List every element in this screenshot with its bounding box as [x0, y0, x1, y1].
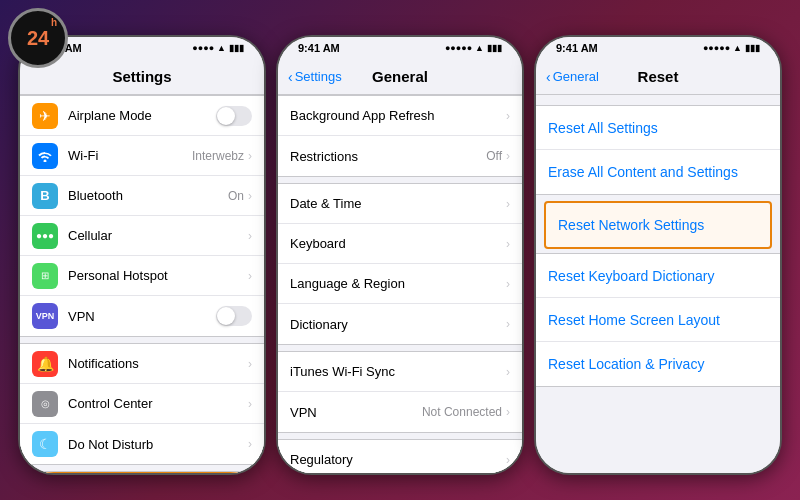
airplane-label: Airplane Mode	[68, 108, 212, 123]
cellular-row[interactable]: ●●● Cellular ›	[20, 216, 264, 256]
nav-title-1: Settings	[112, 68, 171, 85]
cellular-label: Cellular	[68, 228, 248, 243]
bluetooth-row[interactable]: B Bluetooth On ›	[20, 176, 264, 216]
reset-home-screen-row[interactable]: Reset Home Screen Layout	[536, 298, 780, 342]
back-label-3: General	[553, 69, 599, 84]
settings-group-3: ⚙ General › AA Display & Brightness › ❋ …	[20, 471, 264, 473]
settings-group-1: ✈ Airplane Mode Wi-Fi Interwebz › B Blue…	[20, 95, 264, 337]
reset-network-row[interactable]: Reset Network Settings	[546, 203, 770, 247]
keyboard-row[interactable]: Keyboard ›	[278, 224, 522, 264]
regulatory-row[interactable]: Regulatory ›	[278, 440, 522, 473]
phone-reset: 9:41 AM ●●●●● ▲ ▮▮▮ ‹ General Reset Rese…	[534, 35, 782, 475]
general-content: Background App Refresh › Restrictions Of…	[278, 95, 522, 473]
settings-content: ✈ Airplane Mode Wi-Fi Interwebz › B Blue…	[20, 95, 264, 473]
back-chevron-2: ‹	[288, 69, 293, 85]
nav-title-3: Reset	[638, 68, 679, 85]
restrictions-row[interactable]: Restrictions Off ›	[278, 136, 522, 176]
wifi-icon-2: ▲	[475, 43, 484, 53]
status-icons-1: ●●●● ▲ ▮▮▮	[192, 43, 244, 53]
vpn-icon: VPN	[32, 303, 58, 329]
bg-refresh-label: Background App Refresh	[290, 108, 506, 123]
hotspot-label: Personal Hotspot	[68, 268, 248, 283]
notifications-icon: 🔔	[32, 351, 58, 377]
cellular-icon: ●●●	[32, 223, 58, 249]
general-row[interactable]: ⚙ General ›	[20, 472, 264, 473]
hotspot-chevron: ›	[248, 269, 252, 283]
status-bar-3: 9:41 AM ●●●●● ▲ ▮▮▮	[536, 37, 780, 59]
restrictions-value: Off	[486, 149, 502, 163]
battery-icon-1: ▮▮▮	[229, 43, 244, 53]
datetime-label: Date & Time	[290, 196, 506, 211]
control-center-label: Control Center	[68, 396, 248, 411]
reset-keyboard-row[interactable]: Reset Keyboard Dictionary	[536, 254, 780, 298]
wifi-label: Wi-Fi	[68, 148, 192, 163]
phone-general: 9:41 AM ●●●●● ▲ ▮▮▮ ‹ Settings General B…	[276, 35, 524, 475]
notifications-label: Notifications	[68, 356, 248, 371]
wifi-chevron: ›	[248, 149, 252, 163]
datetime-row[interactable]: Date & Time ›	[278, 184, 522, 224]
erase-all-label: Erase All Content and Settings	[548, 164, 768, 180]
hotspot-row[interactable]: ⊞ Personal Hotspot ›	[20, 256, 264, 296]
language-chevron: ›	[506, 277, 510, 291]
airplane-mode-row[interactable]: ✈ Airplane Mode	[20, 96, 264, 136]
battery-icon-2: ▮▮▮	[487, 43, 502, 53]
general-group-3: iTunes Wi-Fi Sync › VPN Not Connected ›	[278, 351, 522, 433]
reset-group-1: Reset All Settings Erase All Content and…	[536, 105, 780, 195]
status-icons-2: ●●●●● ▲ ▮▮▮	[445, 43, 502, 53]
dictionary-row[interactable]: Dictionary ›	[278, 304, 522, 344]
dnd-label: Do Not Disturb	[68, 437, 248, 452]
erase-all-row[interactable]: Erase All Content and Settings	[536, 150, 780, 194]
back-button-3[interactable]: ‹ General	[546, 69, 599, 85]
wifi-icon-3: ▲	[733, 43, 742, 53]
wifi-row[interactable]: Wi-Fi Interwebz ›	[20, 136, 264, 176]
back-chevron-3: ‹	[546, 69, 551, 85]
language-row[interactable]: Language & Region ›	[278, 264, 522, 304]
logo-text: 24	[27, 28, 49, 48]
wifi-value: Interwebz	[192, 149, 244, 163]
control-center-icon: ◎	[32, 391, 58, 417]
reset-content: Reset All Settings Erase All Content and…	[536, 95, 780, 473]
general-group-1: Background App Refresh › Restrictions Of…	[278, 95, 522, 177]
back-button-2[interactable]: ‹ Settings	[288, 69, 342, 85]
logo-suffix: h	[51, 17, 57, 28]
nav-bar-2: ‹ Settings General	[278, 59, 522, 95]
restrictions-chevron: ›	[506, 149, 510, 163]
reset-location-label: Reset Location & Privacy	[548, 356, 768, 372]
battery-icon-3: ▮▮▮	[745, 43, 760, 53]
general-group-4: Regulatory › Reset ›	[278, 439, 522, 473]
control-center-chevron: ›	[248, 397, 252, 411]
vpn-toggle[interactable]	[216, 306, 252, 326]
reset-network-label: Reset Network Settings	[558, 217, 758, 233]
bg-refresh-row[interactable]: Background App Refresh ›	[278, 96, 522, 136]
nav-bar-3: ‹ General Reset	[536, 59, 780, 95]
control-center-row[interactable]: ◎ Control Center ›	[20, 384, 264, 424]
time-3: 9:41 AM	[556, 42, 598, 54]
airplane-icon: ✈	[32, 103, 58, 129]
dictionary-chevron: ›	[506, 317, 510, 331]
reset-group-2: Reset Network Settings	[544, 201, 772, 249]
reset-home-screen-label: Reset Home Screen Layout	[548, 312, 768, 328]
logo-badge: 24 h	[8, 8, 68, 68]
reset-all-settings-row[interactable]: Reset All Settings	[536, 106, 780, 150]
vpn-row[interactable]: VPN VPN	[20, 296, 264, 336]
vpn-row-2[interactable]: VPN Not Connected ›	[278, 392, 522, 432]
phone-settings: 9:41 AM ●●●● ▲ ▮▮▮ Settings ✈ Airplane M…	[18, 35, 266, 475]
phones-container: 9:41 AM ●●●● ▲ ▮▮▮ Settings ✈ Airplane M…	[18, 35, 782, 475]
dnd-row[interactable]: ☾ Do Not Disturb ›	[20, 424, 264, 464]
dnd-icon: ☾	[32, 431, 58, 457]
itunes-sync-row[interactable]: iTunes Wi-Fi Sync ›	[278, 352, 522, 392]
vpn-label: VPN	[68, 309, 212, 324]
signal-icon-2: ●●●●●	[445, 43, 472, 53]
bluetooth-value: On	[228, 189, 244, 203]
notifications-row[interactable]: 🔔 Notifications ›	[20, 344, 264, 384]
reset-group-3: Reset Keyboard Dictionary Reset Home Scr…	[536, 253, 780, 387]
nav-title-2: General	[372, 68, 428, 85]
reset-location-row[interactable]: Reset Location & Privacy	[536, 342, 780, 386]
vpn-label-2: VPN	[290, 405, 422, 420]
regulatory-chevron: ›	[506, 453, 510, 467]
airplane-toggle[interactable]	[216, 106, 252, 126]
signal-icon-1: ●●●●	[192, 43, 214, 53]
bluetooth-icon: B	[32, 183, 58, 209]
restrictions-label: Restrictions	[290, 149, 486, 164]
reset-keyboard-label: Reset Keyboard Dictionary	[548, 268, 768, 284]
